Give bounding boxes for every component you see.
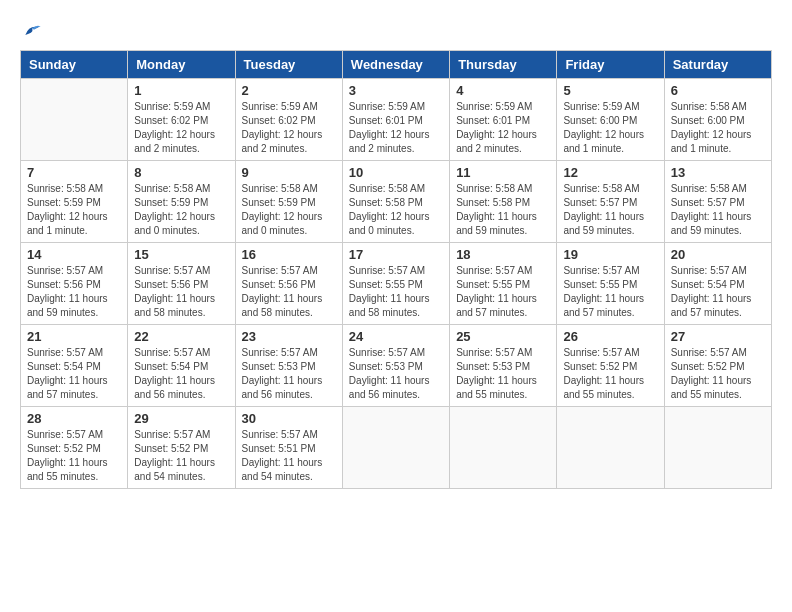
calendar-cell bbox=[21, 79, 128, 161]
calendar-cell: 5Sunrise: 5:59 AMSunset: 6:00 PMDaylight… bbox=[557, 79, 664, 161]
day-info: Sunrise: 5:57 AMSunset: 5:52 PMDaylight:… bbox=[134, 428, 228, 484]
day-number: 30 bbox=[242, 411, 336, 426]
day-number: 24 bbox=[349, 329, 443, 344]
calendar-cell: 23Sunrise: 5:57 AMSunset: 5:53 PMDayligh… bbox=[235, 325, 342, 407]
day-number: 5 bbox=[563, 83, 657, 98]
day-number: 12 bbox=[563, 165, 657, 180]
calendar-cell: 18Sunrise: 5:57 AMSunset: 5:55 PMDayligh… bbox=[450, 243, 557, 325]
calendar-cell: 29Sunrise: 5:57 AMSunset: 5:52 PMDayligh… bbox=[128, 407, 235, 489]
calendar-cell: 17Sunrise: 5:57 AMSunset: 5:55 PMDayligh… bbox=[342, 243, 449, 325]
logo bbox=[20, 20, 42, 40]
day-info: Sunrise: 5:57 AMSunset: 5:53 PMDaylight:… bbox=[242, 346, 336, 402]
calendar-cell: 27Sunrise: 5:57 AMSunset: 5:52 PMDayligh… bbox=[664, 325, 771, 407]
day-info: Sunrise: 5:57 AMSunset: 5:52 PMDaylight:… bbox=[671, 346, 765, 402]
day-number: 18 bbox=[456, 247, 550, 262]
day-info: Sunrise: 5:58 AMSunset: 5:58 PMDaylight:… bbox=[456, 182, 550, 238]
calendar-week-row: 28Sunrise: 5:57 AMSunset: 5:52 PMDayligh… bbox=[21, 407, 772, 489]
column-header-thursday: Thursday bbox=[450, 51, 557, 79]
day-info: Sunrise: 5:58 AMSunset: 5:59 PMDaylight:… bbox=[242, 182, 336, 238]
day-info: Sunrise: 5:58 AMSunset: 6:00 PMDaylight:… bbox=[671, 100, 765, 156]
logo-bird-icon bbox=[22, 20, 42, 40]
day-number: 10 bbox=[349, 165, 443, 180]
day-info: Sunrise: 5:57 AMSunset: 5:54 PMDaylight:… bbox=[134, 346, 228, 402]
day-info: Sunrise: 5:57 AMSunset: 5:52 PMDaylight:… bbox=[563, 346, 657, 402]
column-header-sunday: Sunday bbox=[21, 51, 128, 79]
day-info: Sunrise: 5:58 AMSunset: 5:57 PMDaylight:… bbox=[563, 182, 657, 238]
day-number: 15 bbox=[134, 247, 228, 262]
day-info: Sunrise: 5:57 AMSunset: 5:56 PMDaylight:… bbox=[134, 264, 228, 320]
calendar-cell bbox=[450, 407, 557, 489]
calendar-cell: 8Sunrise: 5:58 AMSunset: 5:59 PMDaylight… bbox=[128, 161, 235, 243]
calendar-cell: 9Sunrise: 5:58 AMSunset: 5:59 PMDaylight… bbox=[235, 161, 342, 243]
calendar-week-row: 7Sunrise: 5:58 AMSunset: 5:59 PMDaylight… bbox=[21, 161, 772, 243]
calendar-cell: 30Sunrise: 5:57 AMSunset: 5:51 PMDayligh… bbox=[235, 407, 342, 489]
day-number: 23 bbox=[242, 329, 336, 344]
day-info: Sunrise: 5:57 AMSunset: 5:53 PMDaylight:… bbox=[456, 346, 550, 402]
day-info: Sunrise: 5:58 AMSunset: 5:58 PMDaylight:… bbox=[349, 182, 443, 238]
day-info: Sunrise: 5:57 AMSunset: 5:52 PMDaylight:… bbox=[27, 428, 121, 484]
day-info: Sunrise: 5:57 AMSunset: 5:54 PMDaylight:… bbox=[671, 264, 765, 320]
column-header-wednesday: Wednesday bbox=[342, 51, 449, 79]
calendar-cell: 26Sunrise: 5:57 AMSunset: 5:52 PMDayligh… bbox=[557, 325, 664, 407]
calendar-cell: 6Sunrise: 5:58 AMSunset: 6:00 PMDaylight… bbox=[664, 79, 771, 161]
calendar-week-row: 1Sunrise: 5:59 AMSunset: 6:02 PMDaylight… bbox=[21, 79, 772, 161]
day-number: 17 bbox=[349, 247, 443, 262]
day-info: Sunrise: 5:57 AMSunset: 5:56 PMDaylight:… bbox=[242, 264, 336, 320]
column-header-tuesday: Tuesday bbox=[235, 51, 342, 79]
calendar-cell: 14Sunrise: 5:57 AMSunset: 5:56 PMDayligh… bbox=[21, 243, 128, 325]
day-info: Sunrise: 5:59 AMSunset: 6:01 PMDaylight:… bbox=[456, 100, 550, 156]
calendar-week-row: 21Sunrise: 5:57 AMSunset: 5:54 PMDayligh… bbox=[21, 325, 772, 407]
day-info: Sunrise: 5:59 AMSunset: 6:01 PMDaylight:… bbox=[349, 100, 443, 156]
day-info: Sunrise: 5:59 AMSunset: 6:00 PMDaylight:… bbox=[563, 100, 657, 156]
day-number: 27 bbox=[671, 329, 765, 344]
day-number: 19 bbox=[563, 247, 657, 262]
calendar-cell: 28Sunrise: 5:57 AMSunset: 5:52 PMDayligh… bbox=[21, 407, 128, 489]
day-number: 29 bbox=[134, 411, 228, 426]
calendar-cell: 12Sunrise: 5:58 AMSunset: 5:57 PMDayligh… bbox=[557, 161, 664, 243]
day-number: 16 bbox=[242, 247, 336, 262]
calendar-cell bbox=[664, 407, 771, 489]
day-info: Sunrise: 5:57 AMSunset: 5:55 PMDaylight:… bbox=[456, 264, 550, 320]
calendar-cell: 19Sunrise: 5:57 AMSunset: 5:55 PMDayligh… bbox=[557, 243, 664, 325]
header bbox=[20, 20, 772, 40]
day-info: Sunrise: 5:57 AMSunset: 5:54 PMDaylight:… bbox=[27, 346, 121, 402]
calendar-cell: 11Sunrise: 5:58 AMSunset: 5:58 PMDayligh… bbox=[450, 161, 557, 243]
calendar-cell: 20Sunrise: 5:57 AMSunset: 5:54 PMDayligh… bbox=[664, 243, 771, 325]
day-number: 3 bbox=[349, 83, 443, 98]
calendar-table: SundayMondayTuesdayWednesdayThursdayFrid… bbox=[20, 50, 772, 489]
calendar-cell: 15Sunrise: 5:57 AMSunset: 5:56 PMDayligh… bbox=[128, 243, 235, 325]
calendar-cell bbox=[557, 407, 664, 489]
day-number: 8 bbox=[134, 165, 228, 180]
day-number: 20 bbox=[671, 247, 765, 262]
day-number: 6 bbox=[671, 83, 765, 98]
calendar-cell: 2Sunrise: 5:59 AMSunset: 6:02 PMDaylight… bbox=[235, 79, 342, 161]
day-info: Sunrise: 5:59 AMSunset: 6:02 PMDaylight:… bbox=[242, 100, 336, 156]
calendar-cell: 22Sunrise: 5:57 AMSunset: 5:54 PMDayligh… bbox=[128, 325, 235, 407]
day-number: 22 bbox=[134, 329, 228, 344]
calendar-cell: 24Sunrise: 5:57 AMSunset: 5:53 PMDayligh… bbox=[342, 325, 449, 407]
calendar-cell: 21Sunrise: 5:57 AMSunset: 5:54 PMDayligh… bbox=[21, 325, 128, 407]
day-number: 9 bbox=[242, 165, 336, 180]
column-header-monday: Monday bbox=[128, 51, 235, 79]
calendar-cell: 25Sunrise: 5:57 AMSunset: 5:53 PMDayligh… bbox=[450, 325, 557, 407]
calendar-cell: 7Sunrise: 5:58 AMSunset: 5:59 PMDaylight… bbox=[21, 161, 128, 243]
day-info: Sunrise: 5:57 AMSunset: 5:56 PMDaylight:… bbox=[27, 264, 121, 320]
day-info: Sunrise: 5:59 AMSunset: 6:02 PMDaylight:… bbox=[134, 100, 228, 156]
day-info: Sunrise: 5:58 AMSunset: 5:59 PMDaylight:… bbox=[134, 182, 228, 238]
column-header-friday: Friday bbox=[557, 51, 664, 79]
day-info: Sunrise: 5:57 AMSunset: 5:55 PMDaylight:… bbox=[349, 264, 443, 320]
calendar-week-row: 14Sunrise: 5:57 AMSunset: 5:56 PMDayligh… bbox=[21, 243, 772, 325]
calendar-cell bbox=[342, 407, 449, 489]
day-number: 13 bbox=[671, 165, 765, 180]
day-info: Sunrise: 5:57 AMSunset: 5:53 PMDaylight:… bbox=[349, 346, 443, 402]
day-info: Sunrise: 5:58 AMSunset: 5:57 PMDaylight:… bbox=[671, 182, 765, 238]
day-number: 11 bbox=[456, 165, 550, 180]
day-number: 1 bbox=[134, 83, 228, 98]
day-number: 21 bbox=[27, 329, 121, 344]
day-info: Sunrise: 5:57 AMSunset: 5:51 PMDaylight:… bbox=[242, 428, 336, 484]
calendar-cell: 16Sunrise: 5:57 AMSunset: 5:56 PMDayligh… bbox=[235, 243, 342, 325]
day-number: 25 bbox=[456, 329, 550, 344]
day-info: Sunrise: 5:57 AMSunset: 5:55 PMDaylight:… bbox=[563, 264, 657, 320]
calendar-cell: 1Sunrise: 5:59 AMSunset: 6:02 PMDaylight… bbox=[128, 79, 235, 161]
day-number: 2 bbox=[242, 83, 336, 98]
